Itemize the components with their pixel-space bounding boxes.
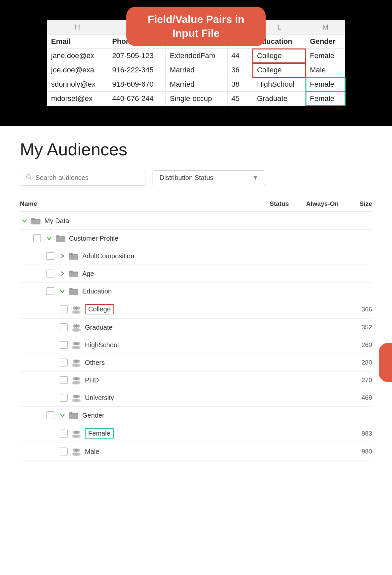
svg-rect-5 xyxy=(69,273,78,277)
chevron-customer-profile[interactable] xyxy=(44,234,54,243)
checkbox-customer-profile[interactable] xyxy=(33,234,41,242)
tree-row-age[interactable]: Age xyxy=(20,265,372,283)
checkbox-female[interactable] xyxy=(60,430,68,438)
segment-icon-male xyxy=(71,447,82,456)
distribution-status-label: Distribution Status xyxy=(160,174,213,182)
segment-icon-female xyxy=(71,429,82,438)
folder-icon-adult-composition xyxy=(68,252,79,260)
cell-education: Graduate xyxy=(253,92,306,106)
folder-icon-education xyxy=(68,287,79,295)
distribution-status-dropdown[interactable]: Distribution Status ▼ xyxy=(153,170,265,185)
label-gender: Gender xyxy=(82,412,259,419)
spreadsheet-section: Field/Value Pairs in Input File H L M Em… xyxy=(0,0,392,126)
tree-row-customer-profile[interactable]: Customer Profile xyxy=(20,230,372,247)
cell-email: jane.doe@ex xyxy=(47,49,108,63)
cell-gender: Male xyxy=(306,63,345,77)
size-graduate: 352 xyxy=(346,324,372,331)
callout-title: Field/Value Pairs in Input File xyxy=(148,13,244,39)
svg-point-46 xyxy=(75,431,78,434)
segment-icon-college xyxy=(71,305,82,314)
tree-row-university[interactable]: University 469 xyxy=(20,389,372,407)
col-m: M xyxy=(306,20,345,35)
header-status: Status xyxy=(259,200,299,207)
label-phd: PHD xyxy=(85,376,259,384)
tree-row-college[interactable]: College 366 xyxy=(20,300,372,319)
svg-point-27 xyxy=(75,360,78,363)
label-customer-profile: Customer Profile xyxy=(69,235,259,242)
header-name: Name xyxy=(20,200,259,207)
label-adult-composition: AdultComposition xyxy=(82,252,259,260)
tree-row-adult-composition[interactable]: AdultComposition xyxy=(20,247,372,265)
tree-row-phd[interactable]: PHD 270 xyxy=(20,371,372,389)
chevron-gender[interactable] xyxy=(58,411,67,420)
svg-line-1 xyxy=(30,178,32,180)
header-gender: Gender xyxy=(306,35,345,49)
header-email: Email xyxy=(47,35,108,49)
svg-point-24 xyxy=(74,346,79,349)
cell-email: joe.doe@exa xyxy=(47,63,108,77)
cell-age: 36 xyxy=(227,63,253,77)
cell-gender: Female xyxy=(306,77,345,92)
checkbox-phd[interactable] xyxy=(60,376,68,384)
cell-gender: Female xyxy=(306,92,345,106)
tree-row-others[interactable]: Others 280 Segments in My Data Folder xyxy=(20,354,372,371)
cell-education: College xyxy=(253,63,306,77)
label-college: College xyxy=(85,304,259,314)
cell-phone: 207-505-123 xyxy=(108,49,166,63)
cell-phone: 916-222-345 xyxy=(108,63,166,77)
cell-education: College xyxy=(253,49,306,63)
search-box[interactable] xyxy=(20,170,146,186)
checkbox-gender[interactable] xyxy=(46,411,54,419)
cell-adult: Married xyxy=(165,77,227,92)
checkbox-university[interactable] xyxy=(60,394,68,402)
cell-age: 44 xyxy=(227,49,253,63)
svg-point-42 xyxy=(74,399,79,402)
checkbox-education[interactable] xyxy=(46,287,54,295)
tree-row-female[interactable]: Female 983 xyxy=(20,424,372,443)
cell-email: sdonnoly@ex xyxy=(47,77,108,92)
svg-point-36 xyxy=(74,381,79,384)
size-highschool: 260 xyxy=(346,341,372,349)
size-college: 366 xyxy=(346,306,372,313)
cell-education: HighSchool xyxy=(253,77,306,92)
search-input[interactable] xyxy=(35,174,140,182)
checkbox-others[interactable] xyxy=(60,359,68,367)
tree-row-highschool[interactable]: HighSchool 260 xyxy=(20,336,372,354)
checkbox-college[interactable] xyxy=(60,305,68,313)
label-graduate: Graduate xyxy=(85,324,259,331)
folder-icon-gender xyxy=(68,411,79,420)
cell-email: mdorset@ex xyxy=(47,92,108,106)
tree-row-gender[interactable]: Gender xyxy=(20,407,372,424)
tree-row-my-data[interactable]: My Data xyxy=(20,212,372,230)
cell-age: 38 xyxy=(227,77,253,92)
cell-age: 45 xyxy=(227,92,253,106)
svg-rect-4 xyxy=(69,255,78,260)
label-my-data: My Data xyxy=(44,217,259,225)
svg-point-55 xyxy=(74,452,79,456)
label-female: Female xyxy=(85,428,259,439)
tree-row-male[interactable]: Male 980 xyxy=(20,443,372,460)
svg-point-39 xyxy=(75,395,78,398)
folder-icon-my-data xyxy=(31,216,41,225)
chevron-my-data[interactable] xyxy=(20,216,29,225)
label-age: Age xyxy=(82,270,259,278)
tree-row-education[interactable]: Education xyxy=(20,283,372,300)
chevron-education[interactable] xyxy=(58,287,67,296)
label-education: Education xyxy=(82,288,259,295)
label-highschool: HighSchool xyxy=(85,341,259,349)
checkbox-age[interactable] xyxy=(46,270,54,278)
chevron-age[interactable] xyxy=(58,269,67,278)
svg-point-21 xyxy=(75,342,78,345)
segment-icon-highschool xyxy=(71,340,82,350)
checkbox-graduate[interactable] xyxy=(60,323,68,331)
checkbox-adult-composition[interactable] xyxy=(46,252,54,260)
tree-row-graduate[interactable]: Graduate 352 xyxy=(20,319,372,336)
checkbox-male[interactable] xyxy=(60,448,68,455)
header-size: Size xyxy=(346,200,372,207)
segment-icon-phd xyxy=(71,375,82,385)
svg-point-33 xyxy=(75,377,78,380)
chevron-adult-composition[interactable] xyxy=(58,251,67,261)
checkbox-highschool[interactable] xyxy=(60,341,68,349)
size-male: 980 xyxy=(346,448,372,455)
svg-rect-43 xyxy=(69,414,78,419)
